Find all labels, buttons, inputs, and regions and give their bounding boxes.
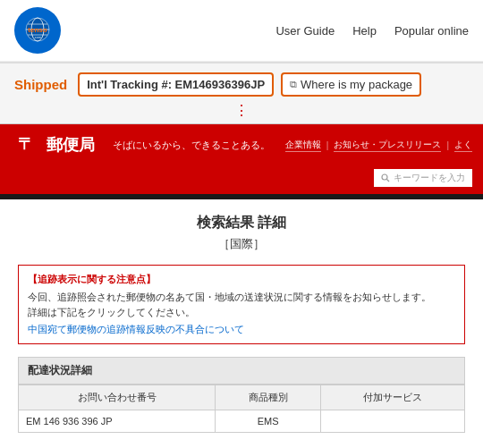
cell-product-type: EMS bbox=[216, 410, 321, 433]
page-header: tenso .com User Guide Help Popular onlin… bbox=[0, 0, 483, 62]
jp-search-row: キーワードを入力 bbox=[0, 165, 483, 194]
delivery-section: 配達状況詳細 お問い合わせ番号 商品種別 付加サービス EM 146 936 3… bbox=[18, 357, 465, 433]
tracking-number: Int'l Tracking #: EM146936396JP bbox=[87, 78, 265, 91]
delivery-table: お問い合わせ番号 商品種別 付加サービス EM 146 936 396 JP E… bbox=[18, 385, 465, 433]
jp-tagline: そばにいるから、できることある。 bbox=[113, 139, 275, 152]
svg-line-10 bbox=[387, 180, 390, 182]
notice-link[interactable]: 中国宛て郵便物の追跡情報反映の不具合について bbox=[28, 323, 455, 336]
table-header-row: お問い合わせ番号 商品種別 付加サービス bbox=[19, 385, 465, 410]
cell-tracking-num: EM 146 936 396 JP bbox=[19, 410, 216, 433]
cell-additional-service bbox=[321, 410, 465, 433]
help-link[interactable]: Help bbox=[352, 24, 377, 38]
tenso-logo: tenso .com bbox=[14, 7, 61, 54]
search-placeholder: キーワードを入力 bbox=[394, 172, 465, 184]
svg-text:〒: 〒 bbox=[18, 135, 34, 153]
search-icon bbox=[381, 173, 390, 182]
table-row: EM 146 936 396 JP EMS bbox=[19, 410, 465, 433]
result-title: 検索結果 詳細 bbox=[18, 214, 465, 232]
where-label: Where is my package bbox=[301, 78, 412, 91]
col-additional-service: 付加サービス bbox=[321, 385, 465, 410]
svg-text:.com: .com bbox=[34, 35, 42, 39]
header-nav: User Guide Help Popular online bbox=[275, 24, 469, 38]
where-is-package-button[interactable]: ⧉ Where is my package bbox=[281, 72, 421, 97]
col-tracking-num: お問い合わせ番号 bbox=[19, 385, 216, 410]
notice-title: 【追跡表示に関する注意点】 bbox=[28, 273, 455, 286]
jp-post-logo: 〒 郵便局 bbox=[11, 130, 95, 160]
jp-nav-news[interactable]: お知らせ・プレスリリース bbox=[334, 139, 441, 152]
main-content: 検索結果 詳細 ［国際］ 【追跡表示に関する注意点】 今回、追跡照会された郵便物… bbox=[0, 199, 483, 447]
shipped-label: Shipped bbox=[14, 77, 67, 92]
delivery-title: 配達状況詳細 bbox=[18, 357, 465, 385]
notification-bar: Shipped Int'l Tracking #: EM146936396JP … bbox=[0, 62, 483, 124]
col-product-type: 商品種別 bbox=[216, 385, 321, 410]
tracking-box: Int'l Tracking #: EM146936396JP bbox=[78, 72, 274, 97]
logo-area: tenso .com bbox=[14, 7, 61, 54]
jp-post-header: 〒 郵便局 そばにいるから、できることある。 企業情報 | お知らせ・プレスリリ… bbox=[0, 124, 483, 165]
jp-nav-faq[interactable]: よく bbox=[454, 139, 472, 152]
notice-line-1: 今回、追跡照会された郵便物の名あて国・地域の送達状況に関する情報をお知らせします… bbox=[28, 292, 431, 302]
jp-nav-company[interactable]: 企業情報 bbox=[285, 139, 321, 152]
notice-text: 今回、追跡照会された郵便物の名あて国・地域の送達状況に関する情報をお知らせします… bbox=[28, 290, 455, 319]
jp-search-bar[interactable]: キーワードを入力 bbox=[374, 169, 472, 187]
jp-post-logo-icon: 〒 bbox=[11, 130, 41, 160]
jp-nav-links: 企業情報 | お知らせ・プレスリリース | よく bbox=[285, 139, 472, 152]
jp-post-kanji: 郵便局 bbox=[47, 134, 95, 156]
notice-box: 【追跡表示に関する注意点】 今回、追跡照会された郵便物の名あて国・地域の送達状況… bbox=[18, 265, 465, 344]
svg-point-9 bbox=[382, 174, 387, 180]
result-subtitle: ［国際］ bbox=[18, 236, 465, 252]
user-guide-link[interactable]: User Guide bbox=[275, 24, 335, 38]
dots-decoration: ⋮ bbox=[14, 107, 469, 114]
popular-online-link[interactable]: Popular online bbox=[394, 24, 469, 38]
notice-line-2: 詳細は下記をクリックしてください。 bbox=[28, 307, 195, 317]
external-link-icon: ⧉ bbox=[290, 79, 297, 90]
svg-text:tenso: tenso bbox=[28, 26, 47, 34]
